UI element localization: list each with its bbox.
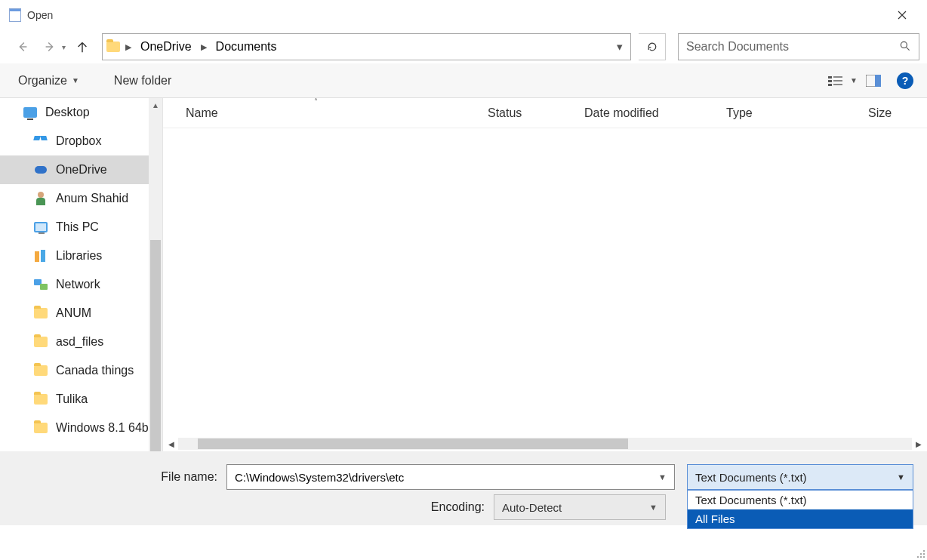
scroll-track[interactable] [149, 112, 162, 438]
encoding-label: Encoding: [14, 500, 485, 514]
tree-item-anum[interactable]: ANUM [0, 299, 149, 328]
folder-icon [33, 363, 48, 378]
svg-point-14 [923, 556, 925, 558]
tree-item-label: Network [56, 278, 100, 291]
scroll-up-icon[interactable]: ▲ [149, 98, 162, 112]
file-list-body[interactable] [163, 128, 927, 436]
svg-rect-2 [828, 80, 832, 82]
column-name[interactable]: Name ˄ [186, 106, 488, 120]
nav-row: ▾ ▶ OneDrive ▶ Documents ▾ Search Docume… [0, 30, 927, 63]
chevron-down-icon[interactable]: ▼ [658, 472, 667, 482]
tree-item-label: Tulika [56, 392, 88, 406]
tree-item-label: Canada things [56, 364, 134, 377]
address-bar[interactable]: ▶ OneDrive ▶ Documents ▾ [102, 33, 631, 60]
search-icon [899, 40, 911, 54]
new-folder-button[interactable]: New folder [109, 71, 176, 91]
scroll-left-icon[interactable]: ◀ [165, 440, 178, 448]
refresh-button[interactable] [639, 33, 666, 60]
libraries-icon [33, 248, 48, 263]
svg-point-9 [923, 550, 925, 552]
encoding-dropdown[interactable]: Auto-Detect ▼ [494, 494, 666, 520]
column-type[interactable]: Type [726, 106, 868, 120]
sort-indicator-icon: ˄ [314, 97, 318, 106]
breadcrumb-separator: ▶ [124, 42, 133, 52]
titlebar: Open [0, 0, 927, 30]
tree-item-label: ANUM [56, 306, 91, 320]
up-button[interactable] [70, 35, 94, 59]
breadcrumb-onedrive[interactable]: OneDrive [133, 34, 199, 60]
search-input[interactable]: Search Documents [678, 33, 919, 60]
view-options-button[interactable] [823, 69, 848, 92]
svg-point-11 [923, 553, 925, 555]
tree-item-onedrive[interactable]: OneDrive [0, 155, 149, 184]
tree[interactable]: DesktopDropboxOneDriveAnum ShahidThis PC… [0, 98, 149, 451]
scroll-right-icon[interactable]: ▶ [912, 440, 925, 448]
tree-item-dropbox[interactable]: Dropbox [0, 127, 149, 155]
user-icon [33, 191, 48, 206]
column-date[interactable]: Date modified [584, 106, 726, 120]
new-folder-label: New folder [114, 74, 171, 88]
tree-item-label: Windows 8.1 64b [56, 421, 149, 435]
column-size[interactable]: Size [868, 106, 927, 120]
tree-item-this-pc[interactable]: This PC [0, 213, 149, 242]
svg-rect-5 [833, 80, 842, 82]
back-button[interactable] [11, 35, 35, 59]
window-title: Open [27, 9, 885, 21]
tree-item-desktop[interactable]: Desktop [0, 98, 149, 127]
main-area: DesktopDropboxOneDriveAnum ShahidThis PC… [0, 98, 927, 451]
svg-rect-1 [828, 76, 832, 78]
file-list-view: Name ˄ Status Date modified Type Size ◀ … [163, 98, 927, 451]
organize-label: Organize [18, 74, 67, 88]
tree-item-canada-things[interactable]: Canada things [0, 356, 149, 385]
organize-button[interactable]: Organize ▼ [14, 71, 84, 91]
encoding-value: Auto-Detect [502, 501, 649, 514]
dropbox-icon [33, 134, 48, 149]
bottom-panel: File name: C:\Windows\System32\drivers\e… [0, 451, 927, 525]
notepad-icon [8, 8, 23, 23]
filename-label: File name: [14, 470, 217, 484]
filetype-dropdown[interactable]: Text Documents (*.txt) ▼ Text Documents … [687, 464, 913, 490]
tree-item-label: Libraries [56, 249, 102, 263]
filetype-option[interactable]: All Files [688, 509, 913, 528]
preview-pane-button[interactable] [861, 69, 886, 92]
search-placeholder: Search Documents [686, 40, 899, 54]
navigation-pane: DesktopDropboxOneDriveAnum ShahidThis PC… [0, 98, 163, 451]
toolbar: Organize ▼ New folder ▼ ? [0, 63, 927, 98]
folder-icon [33, 420, 48, 435]
breadcrumb-documents[interactable]: Documents [208, 34, 285, 60]
tree-item-tulika[interactable]: Tulika [0, 385, 149, 414]
svg-rect-8 [875, 75, 881, 87]
tree-item-asd-files[interactable]: asd_files [0, 328, 149, 356]
hscroll-track[interactable] [178, 438, 912, 450]
tree-item-network[interactable]: Network [0, 270, 149, 299]
tree-item-windows-8-1-64b[interactable]: Windows 8.1 64b [0, 414, 149, 442]
hscroll-thumb[interactable] [198, 438, 628, 449]
filename-input[interactable]: C:\Windows\System32\drivers\etc ▼ [226, 464, 675, 490]
column-name-label: Name [186, 106, 218, 119]
address-dropdown[interactable]: ▾ [609, 40, 630, 54]
filetype-options-list[interactable]: Text Documents (*.txt)All Files [687, 490, 913, 529]
tree-item-libraries[interactable]: Libraries [0, 242, 149, 270]
help-button[interactable]: ? [897, 72, 913, 89]
resize-grip-icon[interactable] [915, 548, 925, 558]
folder-icon [103, 42, 124, 52]
tree-item-label: asd_files [56, 335, 103, 349]
desktop-icon [23, 105, 38, 120]
forward-button[interactable] [38, 35, 62, 59]
recent-locations-button[interactable]: ▾ [62, 43, 66, 51]
filetype-option[interactable]: Text Documents (*.txt) [688, 491, 913, 509]
tree-item-label: OneDrive [56, 163, 107, 177]
filename-value: C:\Windows\System32\drivers\etc [235, 471, 658, 484]
scroll-thumb[interactable] [150, 240, 161, 451]
folder-icon [33, 334, 48, 349]
horizontal-scrollbar[interactable]: ◀ ▶ [163, 436, 927, 451]
svg-rect-6 [833, 84, 842, 85]
tree-item-anum-shahid[interactable]: Anum Shahid [0, 184, 149, 213]
chevron-down-icon[interactable]: ▼ [850, 76, 858, 85]
column-status[interactable]: Status [488, 106, 584, 120]
column-headers: Name ˄ Status Date modified Type Size [163, 98, 927, 128]
tree-scrollbar[interactable]: ▲ ▼ [149, 98, 162, 451]
close-button[interactable] [885, 4, 919, 26]
thispc-icon [33, 220, 48, 235]
chevron-down-icon: ▼ [897, 472, 905, 482]
